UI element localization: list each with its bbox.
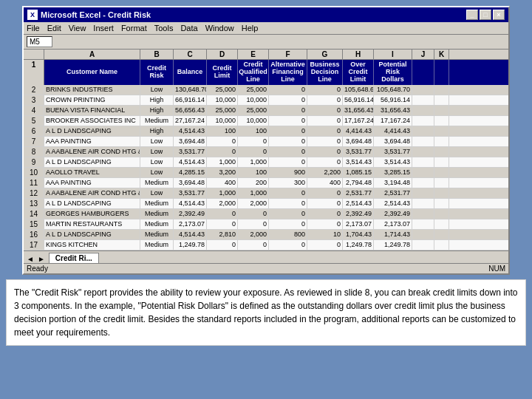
cell-limit[interactable]: 0 xyxy=(207,209,238,219)
cell-alt[interactable]: 0 xyxy=(269,199,307,208)
close-button[interactable]: × xyxy=(493,10,505,20)
menu-window[interactable]: Window xyxy=(205,24,234,33)
cell-limit[interactable]: 400 xyxy=(207,178,238,188)
cell-risk[interactable]: Medium xyxy=(140,240,174,250)
cell-alt[interactable]: 0 xyxy=(269,157,307,167)
cell-over[interactable]: 2,173.07 xyxy=(343,219,374,229)
cell-alt[interactable]: 300 xyxy=(269,178,307,188)
cell-over[interactable]: 56,916.14 xyxy=(343,95,374,105)
cell-risk[interactable]: Medium xyxy=(140,116,174,126)
cell-limit[interactable]: 10,000 xyxy=(207,95,238,105)
cell-name[interactable]: GEORGES HAMBURGERS xyxy=(44,209,140,219)
cell-qual[interactable]: 200 xyxy=(238,178,269,188)
table-row[interactable]: 6 A L D LANDSCAPING High 4,514.43 100 10… xyxy=(24,126,508,137)
menu-data[interactable]: Data xyxy=(180,24,197,33)
cell-risk[interactable]: Medium xyxy=(140,219,174,229)
table-row[interactable]: 5 BROOKER ASSOCIATES INC Medium 27,167.2… xyxy=(24,116,508,126)
table-row[interactable]: 7 AAA PAINTING Low 3,694.48 0 0 0 0 3,69… xyxy=(24,137,508,147)
cell-biz[interactable]: 0 xyxy=(307,199,343,208)
cell-risk[interactable]: Low xyxy=(140,157,174,167)
cell-balance[interactable]: 4,514.43 xyxy=(174,230,207,239)
cell-balance[interactable]: 1,249.78 xyxy=(174,240,207,250)
cell-over[interactable]: 31,656.43 xyxy=(343,106,374,115)
col-header-e[interactable]: E xyxy=(238,50,269,59)
cell-balance[interactable]: 3,694.48 xyxy=(174,137,207,146)
sheet-prev-button[interactable]: ◄ xyxy=(27,255,34,263)
cell-risk[interactable]: High xyxy=(140,95,174,105)
cell-potential[interactable]: 1,714.43 xyxy=(374,230,412,239)
cell-qual[interactable]: 1,000 xyxy=(238,157,269,167)
cell-risk[interactable]: Low xyxy=(140,188,174,198)
cell-biz[interactable]: 0 xyxy=(307,126,343,136)
cell-name[interactable]: A L D LANDSCAPING xyxy=(44,199,140,208)
cell-potential[interactable]: 3,514.43 xyxy=(374,157,412,167)
cell-potential[interactable]: 56,916.14 xyxy=(374,95,412,105)
cell-qual[interactable]: 10,000 xyxy=(238,116,269,126)
menu-edit[interactable]: Edit xyxy=(47,24,61,33)
sheet-tab-credit-risk[interactable]: Credit Ri... xyxy=(49,253,99,263)
cell-over[interactable]: 3,694.48 xyxy=(343,137,374,146)
sheet-next-button[interactable]: ► xyxy=(38,255,45,263)
cell-balance[interactable]: 4,514.43 xyxy=(174,157,207,167)
cell-potential[interactable]: 3,694.48 xyxy=(374,137,412,146)
cell-potential[interactable]: 105,648.70 xyxy=(374,85,412,95)
cell-over[interactable]: 4,414.43 xyxy=(343,126,374,136)
cell-qual[interactable]: 0 xyxy=(238,240,269,250)
menu-insert[interactable]: Insert xyxy=(93,24,114,33)
cell-biz[interactable]: 0 xyxy=(307,85,343,95)
cell-limit[interactable]: 0 xyxy=(207,147,238,157)
cell-balance[interactable]: 4,285.15 xyxy=(174,168,207,177)
cell-qual[interactable]: 0 xyxy=(238,137,269,146)
minimize-button[interactable]: _ xyxy=(466,10,478,20)
cell-biz[interactable]: 0 xyxy=(307,106,343,115)
col-header-f[interactable]: F xyxy=(269,50,307,59)
cell-limit[interactable]: 0 xyxy=(207,137,238,146)
cell-over[interactable]: 105,648.66 xyxy=(343,85,374,95)
cell-limit[interactable]: 25,000 xyxy=(207,106,238,115)
cell-limit[interactable]: 1,000 xyxy=(207,188,238,198)
cell-biz[interactable]: 0 xyxy=(307,188,343,198)
cell-potential[interactable]: 3,194.48 xyxy=(374,178,412,188)
cell-potential[interactable]: 2,173.07 xyxy=(374,219,412,229)
cell-over[interactable]: 17,167.24 xyxy=(343,116,374,126)
table-row[interactable]: 4 BUENA VISTA FINANCIAL High 56,656.43 2… xyxy=(24,106,508,116)
cell-alt[interactable]: 0 xyxy=(269,209,307,219)
col-header-a[interactable]: A xyxy=(44,50,140,59)
cell-risk[interactable]: Low xyxy=(140,168,174,177)
cell-risk[interactable]: Medium xyxy=(140,178,174,188)
cell-name[interactable]: AAA PAINTING xyxy=(44,178,140,188)
col-header-g[interactable]: G xyxy=(307,50,343,59)
cell-risk[interactable]: Medium xyxy=(140,230,174,239)
cell-alt[interactable]: 0 xyxy=(269,137,307,146)
cell-alt[interactable]: 0 xyxy=(269,188,307,198)
cell-balance[interactable]: 66,916.14 xyxy=(174,95,207,105)
menu-file[interactable]: File xyxy=(27,24,40,33)
cell-qual[interactable]: 100 xyxy=(238,126,269,136)
cell-risk[interactable]: Low xyxy=(140,147,174,157)
cell-risk[interactable]: High xyxy=(140,106,174,115)
table-row[interactable]: 9 A L D LANDSCAPING Low 4,514.43 1,000 1… xyxy=(24,157,508,168)
cell-potential[interactable]: 3,531.77 xyxy=(374,147,412,157)
cell-alt[interactable]: 0 xyxy=(269,219,307,229)
cell-name[interactable]: A L D LANDSCAPING xyxy=(44,157,140,167)
cell-potential[interactable]: 2,531.77 xyxy=(374,188,412,198)
table-row[interactable]: 2 BRINKS INDUSTRIES Low 130,648.70 25,00… xyxy=(24,85,508,95)
cell-name[interactable]: A L D LANDSCAPING xyxy=(44,230,140,239)
cell-qual[interactable]: 10,000 xyxy=(238,95,269,105)
cell-risk[interactable]: Low xyxy=(140,85,174,95)
cell-qual[interactable]: 25,000 xyxy=(238,106,269,115)
cell-biz[interactable]: 0 xyxy=(307,137,343,146)
cell-biz[interactable]: 2,200 xyxy=(307,168,343,177)
cell-alt[interactable]: 0 xyxy=(269,95,307,105)
table-row[interactable]: 15 MARTIN RESTAURANTS Medium 2,173.07 0 … xyxy=(24,219,508,230)
cell-biz[interactable]: 0 xyxy=(307,157,343,167)
cell-balance[interactable]: 2,392.49 xyxy=(174,209,207,219)
cell-qual[interactable]: 0 xyxy=(238,147,269,157)
cell-balance[interactable]: 4,514.43 xyxy=(174,199,207,208)
table-row[interactable]: 13 A L D LANDSCAPING Medium 4,514.43 2,0… xyxy=(24,199,508,209)
cell-risk[interactable]: Medium xyxy=(140,209,174,219)
cell-qual[interactable]: 2,000 xyxy=(238,199,269,208)
cell-over[interactable]: 3,531.77 xyxy=(343,147,374,157)
col-header-d[interactable]: D xyxy=(207,50,238,59)
cell-name[interactable]: CROWN PRINTING xyxy=(44,95,140,105)
